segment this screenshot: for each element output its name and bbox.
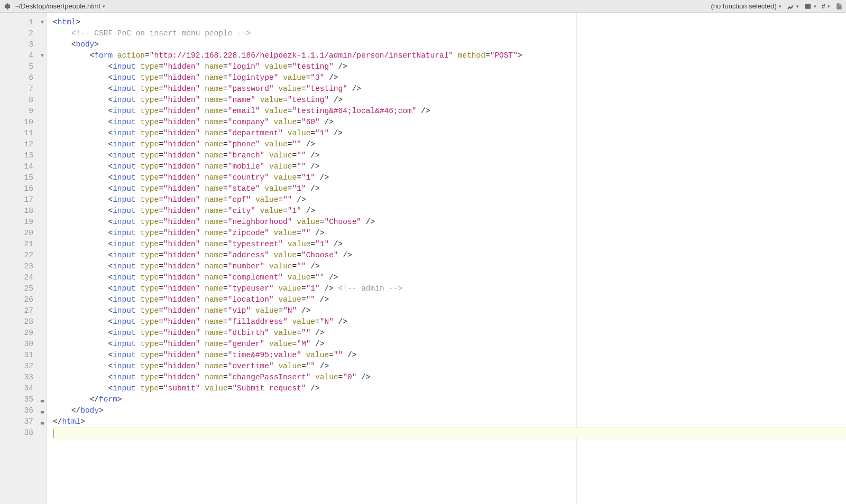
toolbar: ~/Desktop/insertpeople.html ▾ (no functi… [0,0,846,13]
gutter-row[interactable]: 8 [0,95,44,106]
code-line[interactable]: <input type="hidden" name="location" val… [53,294,846,305]
gutter-row[interactable]: 28 [0,316,44,328]
code-line[interactable]: <input type="hidden" name="typeuser" val… [53,283,846,294]
function-selector-label: (no function selected) [711,2,776,10]
code-line[interactable]: <input type="hidden" name="complement" v… [53,272,846,283]
chevron-down-icon: ▾ [103,4,105,9]
gutter-row[interactable]: 4▼ [0,50,44,61]
gutter-row[interactable]: 32 [0,361,44,372]
gutter-row[interactable]: 30 [0,339,44,350]
code-line[interactable]: <input type="hidden" name="vip" value="N… [53,305,846,316]
code-line[interactable]: <input type="hidden" name="name" value="… [53,95,846,106]
gutter-row[interactable]: 20 [0,228,44,239]
function-selector-dropdown[interactable]: (no function selected) ▾ [711,2,781,10]
gutter-row[interactable]: 34 [0,383,44,394]
gutter-row[interactable]: 7 [0,83,44,95]
gutter-row[interactable]: 26 [0,294,44,305]
code-line[interactable]: <input type="hidden" name="login" value=… [53,61,846,72]
file-path-dropdown[interactable]: ~/Desktop/insertpeople.html ▾ [15,2,105,10]
symbol-menu[interactable]: # ▾ [822,2,830,10]
code-line[interactable]: </html> [53,416,846,427]
code-line[interactable]: <input type="hidden" name="address" valu… [53,250,846,261]
gutter-row[interactable]: 5 [0,61,44,72]
code-line[interactable]: <input type="hidden" name="phone" value=… [53,139,846,150]
gear-icon[interactable] [3,3,11,10]
gutter-row[interactable]: 33 [0,372,44,383]
gutter-row[interactable]: 6 [0,72,44,83]
gutter-row[interactable]: 18 [0,206,44,217]
code-line[interactable]: <input type="hidden" name="country" valu… [53,172,846,183]
gutter-row[interactable]: 17 [0,194,44,206]
gutter-row[interactable]: 3 [0,39,44,50]
code-line[interactable]: <input type="hidden" name="neighborhood"… [53,217,846,228]
code-line[interactable]: <input type="hidden" name="dtbirth" valu… [53,328,846,339]
layout-menu[interactable]: ▾ [804,3,816,10]
gutter-row[interactable]: 15 [0,172,44,183]
code-line[interactable]: <input type="hidden" name="company" valu… [53,117,846,128]
gutter-row[interactable]: 22 [0,250,44,261]
editor: 1▼234▼5678910111213141516171819202122232… [0,13,846,504]
code-line[interactable]: <html> [53,17,846,28]
code-line[interactable]: <input type="hidden" name="zipcode" valu… [53,228,846,239]
code-line[interactable]: <input type="hidden" name="changePassIns… [53,372,846,383]
gutter-row[interactable]: 21 [0,239,44,250]
chevron-down-icon: ▾ [796,4,799,9]
code-line[interactable]: <body> [53,39,846,50]
gutter-row[interactable]: 31 [0,350,44,361]
code-line[interactable]: <input type="hidden" name="filladdress" … [53,316,846,328]
code-line[interactable]: <input type="hidden" name="mobile" value… [53,161,846,172]
code-line[interactable]: <!-- CSRF PoC on insert menu people --> [53,28,846,39]
code-line[interactable]: <input type="hidden" name="time&#95;valu… [53,350,846,361]
gutter-row[interactable]: 2 [0,28,44,39]
gutter-row[interactable]: 29 [0,328,44,339]
code-line[interactable]: <input type="hidden" name="typestreet" v… [53,239,846,250]
svg-rect-0 [805,4,811,8]
new-document-icon[interactable] [835,3,843,10]
chevron-down-icon: ▾ [814,4,816,9]
code-line[interactable]: </form> [53,394,846,405]
gutter-row[interactable]: 24 [0,272,44,283]
marker-menu[interactable]: ▾ [787,3,799,10]
gutter-row[interactable]: 25 [0,283,44,294]
gutter-row[interactable]: 11 [0,128,44,139]
file-path-label: ~/Desktop/insertpeople.html [15,2,100,10]
gutter-row[interactable]: 19 [0,217,44,228]
gutter-row[interactable]: 1▼ [0,17,44,28]
gutter-row[interactable]: 35▃ [0,394,44,405]
gutter-row[interactable]: 14 [0,161,44,172]
gutter-row[interactable]: 36▃ [0,405,44,416]
code-line[interactable]: <input type="hidden" name="city" value="… [53,206,846,217]
code-line[interactable]: <input type="hidden" name="gender" value… [53,339,846,350]
gutter-row[interactable]: 23 [0,261,44,272]
code-line[interactable]: <input type="hidden" name="email" value=… [53,106,846,117]
gutter-row[interactable]: 38 [0,427,44,438]
gutter-row[interactable]: 9 [0,106,44,117]
code-line[interactable]: <input type="hidden" name="number" value… [53,261,846,272]
chevron-down-icon: ▾ [779,4,781,9]
chevron-down-icon: ▾ [827,4,830,9]
code-line[interactable]: <input type="hidden" name="branch" value… [53,150,846,161]
gutter-row[interactable]: 12 [0,139,44,150]
code-line[interactable]: <input type="hidden" name="state" value=… [53,183,846,194]
gutter-row[interactable]: 16 [0,183,44,194]
code-line-current[interactable] [53,427,846,438]
gutter-row[interactable]: 10 [0,117,44,128]
code-line[interactable]: <form action="http://192.168.228.186/hel… [53,50,846,61]
code-area[interactable]: <html> <!-- CSRF PoC on insert menu peop… [47,13,846,504]
code-line[interactable]: <input type="hidden" name="overtime" val… [53,361,846,372]
code-line[interactable]: <input type="hidden" name="password" val… [53,83,846,95]
code-line[interactable]: <input type="submit" value="Submit reque… [53,383,846,394]
code-line[interactable]: <input type="hidden" name="department" v… [53,128,846,139]
code-line[interactable]: <input type="hidden" name="logintype" va… [53,72,846,83]
text-cursor [53,429,53,438]
gutter-row[interactable]: 13 [0,150,44,161]
gutter-row[interactable]: 27 [0,305,44,316]
line-gutter[interactable]: 1▼234▼5678910111213141516171819202122232… [0,13,47,504]
code-line[interactable]: </body> [53,405,846,416]
code-line[interactable]: <input type="hidden" name="cpf" value=""… [53,194,846,206]
gutter-row[interactable]: 37▃ [0,416,44,427]
